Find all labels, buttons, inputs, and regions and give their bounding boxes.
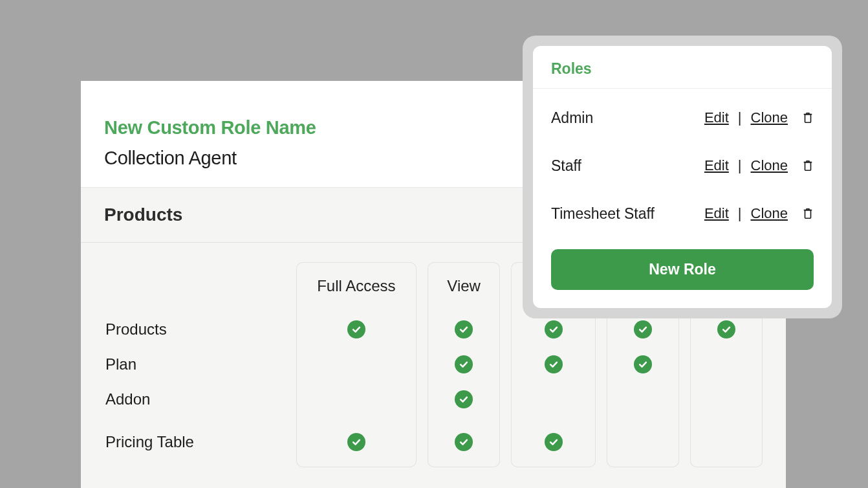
edit-role-link[interactable]: Edit	[704, 109, 729, 126]
new-role-button[interactable]: New Role	[551, 249, 814, 290]
edit-role-link[interactable]: Edit	[704, 205, 729, 222]
permission-cell[interactable]	[428, 417, 500, 467]
role-actions: Edit|Clone	[704, 109, 814, 126]
permission-cell[interactable]	[511, 417, 595, 467]
clone-role-link[interactable]: Clone	[751, 109, 788, 126]
permission-cell[interactable]	[607, 347, 679, 382]
check-icon[interactable]	[455, 433, 473, 451]
svg-rect-2	[805, 210, 811, 219]
permission-cell[interactable]	[607, 417, 679, 467]
check-icon[interactable]	[634, 320, 652, 338]
permission-cell[interactable]	[690, 347, 763, 382]
check-icon[interactable]	[717, 320, 735, 338]
permission-row: Addon	[104, 382, 763, 417]
permission-row-label: Pricing Table	[104, 417, 285, 467]
permission-cell[interactable]	[511, 347, 595, 382]
check-icon[interactable]	[347, 320, 365, 338]
check-icon[interactable]	[455, 320, 473, 338]
role-actions: Edit|Clone	[704, 205, 814, 222]
role-name: Admin	[551, 109, 593, 127]
permission-row: Plan	[104, 347, 763, 382]
action-separator: |	[737, 109, 743, 126]
role-row: AdminEdit|Clone	[551, 94, 814, 142]
permission-row-label: Products	[104, 312, 285, 347]
svg-rect-0	[805, 115, 811, 123]
roles-list: AdminEdit|CloneStaffEdit|CloneTimesheet …	[533, 89, 832, 238]
role-actions: Edit|Clone	[704, 157, 814, 174]
role-row: Timesheet StaffEdit|Clone	[551, 190, 814, 238]
permission-column-header: Full Access	[296, 262, 417, 312]
roles-panel: Roles AdminEdit|CloneStaffEdit|CloneTime…	[523, 36, 842, 318]
permission-row-label: Plan	[104, 347, 285, 382]
check-icon[interactable]	[455, 390, 473, 408]
permission-cell[interactable]	[428, 312, 500, 347]
role-row: StaffEdit|Clone	[551, 142, 814, 190]
permission-cell[interactable]	[296, 417, 417, 467]
check-icon[interactable]	[455, 355, 473, 373]
permission-cell[interactable]	[511, 382, 595, 417]
role-name: Timesheet Staff	[551, 205, 655, 223]
check-icon[interactable]	[545, 320, 563, 338]
trash-icon[interactable]	[802, 207, 814, 220]
clone-role-link[interactable]: Clone	[751, 157, 788, 174]
check-icon[interactable]	[545, 355, 563, 373]
check-icon[interactable]	[545, 433, 563, 451]
trash-icon[interactable]	[802, 159, 814, 172]
edit-role-link[interactable]: Edit	[704, 157, 729, 174]
check-icon[interactable]	[347, 433, 365, 451]
role-name: Staff	[551, 157, 581, 175]
permission-row-label: Addon	[104, 382, 285, 417]
roles-panel-inner: Roles AdminEdit|CloneStaffEdit|CloneTime…	[533, 46, 832, 308]
permission-cell[interactable]	[296, 312, 417, 347]
roles-panel-title: Roles	[533, 46, 832, 89]
permission-cell[interactable]	[690, 417, 763, 467]
permission-cell[interactable]	[428, 347, 500, 382]
clone-role-link[interactable]: Clone	[751, 205, 788, 222]
action-separator: |	[737, 205, 743, 222]
permission-cell[interactable]	[690, 382, 763, 417]
permission-cell[interactable]	[607, 382, 679, 417]
svg-rect-1	[805, 162, 811, 171]
permission-cell[interactable]	[428, 382, 500, 417]
permission-row: Pricing Table	[104, 417, 763, 467]
permission-column-header: View	[428, 262, 500, 312]
check-icon[interactable]	[634, 355, 652, 373]
trash-icon[interactable]	[802, 111, 814, 124]
permission-cell[interactable]	[296, 382, 417, 417]
action-separator: |	[737, 157, 743, 174]
permission-cell[interactable]	[296, 347, 417, 382]
